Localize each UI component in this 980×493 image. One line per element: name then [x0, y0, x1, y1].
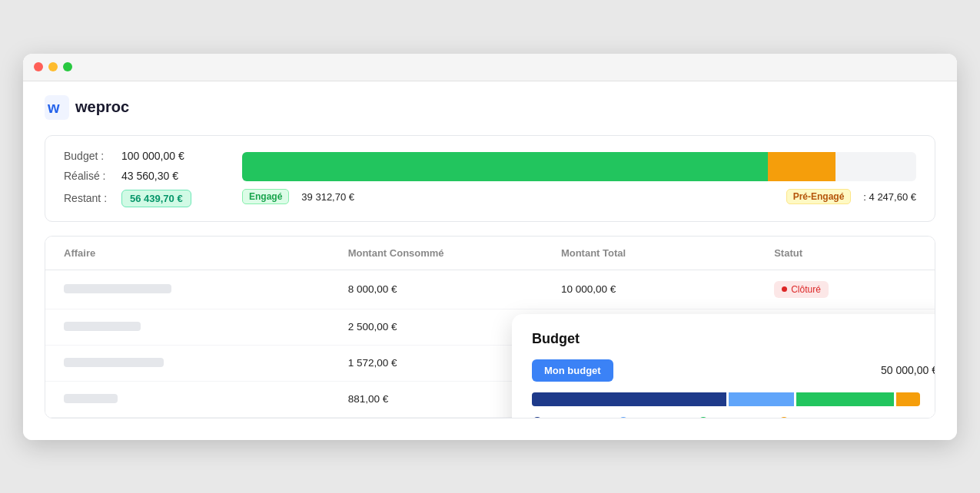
- affaire-cell: [64, 283, 348, 296]
- dot-engage: [698, 417, 709, 419]
- close-btn[interactable]: [34, 62, 43, 71]
- realise-value: 43 560,30 €: [121, 170, 178, 182]
- legend-engage: Engagé: [242, 189, 289, 204]
- realise-row: Réalisé : 43 560,30 €: [64, 170, 218, 182]
- col-montant-total: Montant Total: [561, 247, 774, 259]
- col-montant-consomme: Montant Consommé: [348, 247, 561, 259]
- popup-bar-container: [532, 392, 935, 406]
- dot-facture: [618, 417, 629, 419]
- montant-total-cell: 10 000,00 €: [561, 283, 774, 295]
- value-paye: 10 000,00 €: [548, 417, 601, 419]
- restant-row: Restant : 56 439,70 €: [64, 190, 218, 207]
- bar-pre-engage: [768, 152, 835, 181]
- statut-cell: Clôturé: [774, 281, 916, 298]
- mon-budget-button[interactable]: Mon budget: [532, 359, 613, 382]
- affaire-skeleton: [64, 394, 118, 403]
- svg-text:w: w: [47, 99, 60, 116]
- popup-budget-row: Mon budget 50 000,00 €: [532, 359, 935, 382]
- popup-legend: 10 000,00 € Payé 3 500,00 € Facturé: [532, 417, 935, 419]
- budget-value: 100 000,00 €: [121, 150, 184, 162]
- popup-bar-green: [796, 392, 894, 406]
- minimize-btn[interactable]: [48, 62, 58, 71]
- budget-popup: Budget Mon budget 50 000,00 €: [512, 314, 935, 419]
- table-card: Affaire Montant Consommé Montant Total S…: [45, 236, 935, 419]
- pre-engage-badge: Pré-Engagé: [786, 189, 852, 204]
- maximize-btn[interactable]: [63, 62, 72, 71]
- table-row: 8 000,00 € 10 000,00 € Clôturé: [45, 270, 935, 309]
- bar-engage: [242, 152, 768, 181]
- col-statut: Statut: [774, 247, 916, 259]
- window-content: w weproc Budget : 100 000,00 € Réalisé :…: [23, 81, 957, 440]
- montant-consomme-cell: 8 000,00 €: [348, 283, 561, 295]
- value-engage: 5 300,00 €: [714, 417, 761, 419]
- main-body: Affaire Montant Consommé Montant Total S…: [45, 236, 935, 419]
- dot-paye: [532, 417, 543, 419]
- budget-summary-card: Budget : 100 000,00 € Réalisé : 43 560,3…: [45, 135, 935, 222]
- col-affaire: Affaire: [64, 247, 348, 259]
- budget-row: Budget : 100 000,00 €: [64, 150, 218, 162]
- budget-progress-bar: [242, 152, 916, 181]
- value-facture: 3 500,00 €: [634, 417, 681, 419]
- affaire-cell: [64, 392, 348, 406]
- popup-bar-navy: [532, 392, 726, 406]
- affaire-cell: [64, 356, 348, 370]
- legend-item-pre-engage: 1 250,00 € Pré-engagé: [779, 417, 842, 419]
- legend-item-engage: 5 300,00 € Engagé: [698, 417, 761, 419]
- weproc-logo-icon: w: [45, 95, 69, 120]
- popup-title: Budget: [532, 331, 935, 347]
- logo-text: weproc: [75, 98, 129, 116]
- budget-legend: Engagé 39 312,70 € Pré-Engagé : 4 247,60…: [242, 189, 916, 204]
- restant-badge: 56 439,70 €: [121, 190, 191, 207]
- status-label: Clôturé: [791, 284, 821, 295]
- legend-item-facture: 3 500,00 € Facturé: [618, 417, 681, 419]
- legend-pre-engage: Pré-Engagé: [786, 189, 852, 204]
- pre-engage-value: : 4 247,60 €: [863, 191, 916, 203]
- titlebar: [23, 54, 957, 81]
- popup-bar-yellow: [896, 392, 921, 406]
- table-header: Affaire Montant Consommé Montant Total S…: [45, 237, 935, 270]
- affaire-skeleton: [64, 284, 171, 293]
- engage-value: 39 312,70 €: [301, 191, 354, 203]
- affaire-cell: [64, 320, 348, 334]
- popup-bar-blue: [729, 392, 793, 406]
- budget-label: Budget :: [64, 150, 121, 162]
- logo-area: w weproc: [45, 95, 935, 120]
- dot-pre-engage: [779, 417, 789, 419]
- affaire-skeleton: [64, 358, 164, 367]
- budget-chart-area: Engagé 39 312,70 € Pré-Engagé : 4 247,60…: [242, 152, 916, 204]
- status-dot: [782, 286, 787, 292]
- legend-item-paye: 10 000,00 € Payé: [532, 417, 601, 419]
- engage-badge: Engagé: [242, 189, 289, 204]
- realise-label: Réalisé :: [64, 170, 121, 182]
- value-pre-engage: 1 250,00 €: [795, 417, 842, 419]
- status-badge-closed: Clôturé: [774, 281, 829, 298]
- popup-budget-value: 50 000,00 €: [881, 364, 935, 376]
- budget-labels: Budget : 100 000,00 € Réalisé : 43 560,3…: [64, 150, 218, 207]
- affaire-skeleton: [64, 322, 141, 331]
- restant-label: Restant :: [64, 192, 121, 204]
- main-window: w weproc Budget : 100 000,00 € Réalisé :…: [23, 54, 957, 440]
